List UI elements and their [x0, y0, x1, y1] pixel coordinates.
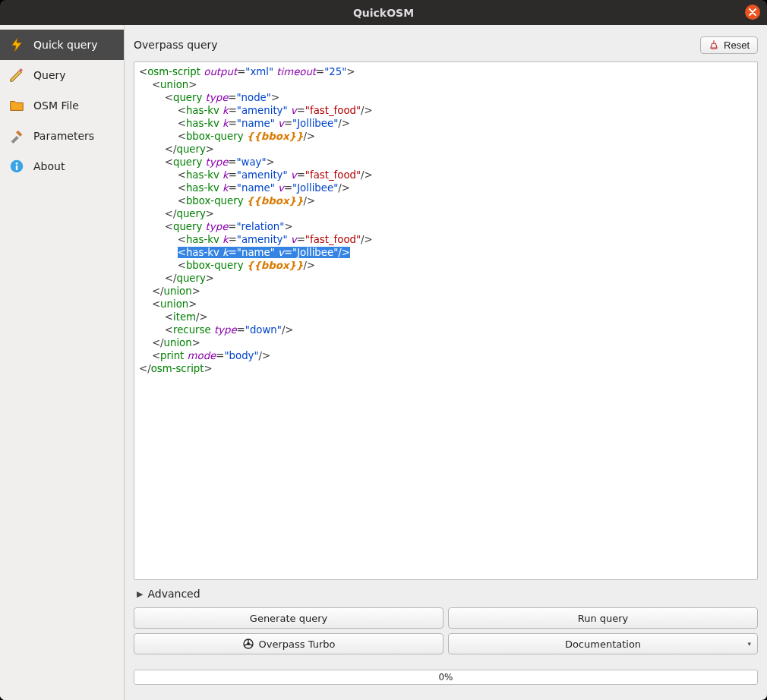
sidebar-item-query[interactable]: Query	[0, 60, 124, 90]
broom-icon	[709, 39, 719, 50]
svg-point-7	[247, 642, 250, 645]
svg-point-4	[16, 162, 18, 165]
button-label: Generate query	[250, 613, 327, 624]
info-icon	[8, 157, 26, 175]
sidebar: Quick query Query OSM File Parameters	[0, 25, 125, 700]
panel-title: Overpass query	[134, 39, 218, 51]
svg-rect-5	[16, 166, 17, 170]
sidebar-item-quick-query[interactable]: Quick query	[0, 30, 124, 60]
advanced-toggle[interactable]: ▶ Advanced	[132, 586, 759, 601]
close-button[interactable]	[745, 5, 760, 20]
progress-bar: 0%	[134, 670, 758, 685]
main-panel: Overpass query Reset <osm-script output=…	[125, 25, 767, 700]
pencil-icon	[8, 66, 26, 84]
button-label: Documentation	[565, 639, 641, 650]
overpass-turbo-button[interactable]: Overpass Turbo	[134, 633, 443, 654]
chevron-down-icon: ▾	[747, 640, 751, 648]
sidebar-item-parameters[interactable]: Parameters	[0, 121, 124, 151]
sidebar-item-osm-file[interactable]: OSM File	[0, 90, 124, 121]
button-grid: Generate query Run query Overpass Turbo …	[134, 607, 758, 654]
run-query-button[interactable]: Run query	[448, 607, 758, 629]
reset-button[interactable]: Reset	[700, 36, 758, 54]
sidebar-item-label: OSM File	[33, 99, 79, 112]
documentation-button[interactable]: Documentation ▾	[448, 633, 758, 654]
button-label: Run query	[578, 613, 629, 624]
chevron-right-icon: ▶	[137, 589, 143, 599]
steering-wheel-icon	[242, 638, 254, 650]
header-row: Overpass query Reset	[134, 34, 758, 55]
generate-query-button[interactable]: Generate query	[134, 607, 443, 629]
window-title: QuickOSM	[353, 7, 414, 19]
advanced-label: Advanced	[147, 588, 200, 600]
titlebar: QuickOSM	[0, 0, 767, 25]
svg-marker-0	[12, 38, 22, 52]
sidebar-item-label: Parameters	[33, 130, 94, 142]
sidebar-item-label: About	[33, 160, 65, 172]
tools-icon	[8, 127, 26, 145]
reset-button-label: Reset	[724, 39, 750, 51]
close-icon	[749, 8, 756, 16]
folder-icon	[8, 96, 26, 115]
button-label: Overpass Turbo	[259, 639, 336, 650]
progress-text: 0%	[438, 672, 453, 683]
sidebar-item-about[interactable]: About	[0, 151, 124, 181]
sidebar-item-label: Query	[33, 69, 66, 81]
lightning-icon	[8, 36, 26, 54]
svg-marker-1	[11, 71, 22, 82]
app-window: QuickOSM Quick query Query	[0, 0, 767, 700]
query-editor[interactable]: <osm-script output="xml" timeout="25"> <…	[134, 61, 758, 580]
content: Quick query Query OSM File Parameters	[0, 25, 767, 700]
sidebar-item-label: Quick query	[33, 39, 97, 51]
